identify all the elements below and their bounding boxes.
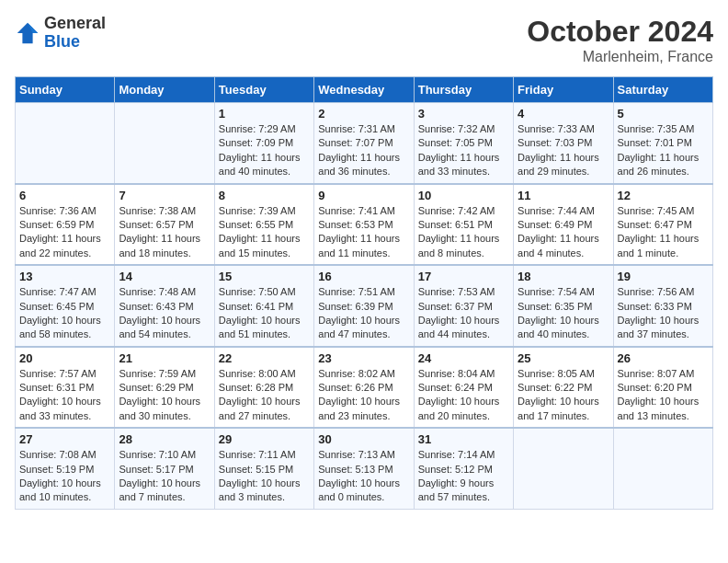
calendar-cell: 21Sunrise: 7:59 AM Sunset: 6:29 PM Dayli… bbox=[115, 347, 214, 429]
calendar-cell: 13Sunrise: 7:47 AM Sunset: 6:45 PM Dayli… bbox=[16, 265, 115, 347]
day-number: 23 bbox=[318, 351, 409, 365]
day-number: 30 bbox=[318, 432, 409, 446]
calendar-cell bbox=[613, 428, 712, 509]
calendar-week-row: 20Sunrise: 7:57 AM Sunset: 6:31 PM Dayli… bbox=[16, 347, 713, 429]
day-number: 27 bbox=[19, 432, 110, 446]
day-number: 11 bbox=[518, 189, 609, 202]
day-number: 12 bbox=[618, 189, 709, 202]
day-number: 14 bbox=[119, 270, 210, 283]
weekday-header: Wednesday bbox=[314, 77, 414, 103]
day-number: 5 bbox=[618, 107, 709, 121]
calendar-cell: 29Sunrise: 7:11 AM Sunset: 5:15 PM Dayli… bbox=[214, 428, 313, 509]
day-info: Sunrise: 8:02 AM Sunset: 6:26 PM Dayligh… bbox=[318, 367, 409, 424]
calendar-cell: 7Sunrise: 7:38 AM Sunset: 6:57 PM Daylig… bbox=[115, 184, 214, 266]
day-number: 19 bbox=[618, 270, 709, 283]
calendar-cell: 2Sunrise: 7:31 AM Sunset: 7:07 PM Daylig… bbox=[314, 103, 414, 184]
day-info: Sunrise: 7:13 AM Sunset: 5:13 PM Dayligh… bbox=[318, 448, 409, 505]
weekday-header: Friday bbox=[514, 77, 613, 103]
day-number: 8 bbox=[219, 189, 310, 202]
calendar-cell: 18Sunrise: 7:54 AM Sunset: 6:35 PM Dayli… bbox=[514, 265, 613, 347]
calendar-cell: 17Sunrise: 7:53 AM Sunset: 6:37 PM Dayli… bbox=[414, 265, 513, 347]
calendar-cell: 22Sunrise: 8:00 AM Sunset: 6:28 PM Dayli… bbox=[214, 347, 313, 429]
calendar-cell: 16Sunrise: 7:51 AM Sunset: 6:39 PM Dayli… bbox=[314, 265, 414, 347]
day-info: Sunrise: 7:39 AM Sunset: 6:55 PM Dayligh… bbox=[219, 204, 310, 261]
day-number: 20 bbox=[19, 351, 110, 365]
page-header: General Blue October 2024 Marlenheim, Fr… bbox=[15, 15, 713, 65]
calendar-cell: 28Sunrise: 7:10 AM Sunset: 5:17 PM Dayli… bbox=[115, 428, 214, 509]
logo-icon bbox=[15, 20, 40, 46]
day-info: Sunrise: 7:33 AM Sunset: 7:03 PM Dayligh… bbox=[518, 122, 609, 179]
day-number: 17 bbox=[418, 270, 509, 283]
day-number: 4 bbox=[518, 107, 609, 121]
calendar-cell: 31Sunrise: 7:14 AM Sunset: 5:12 PM Dayli… bbox=[414, 428, 513, 509]
day-info: Sunrise: 7:36 AM Sunset: 6:59 PM Dayligh… bbox=[19, 204, 110, 261]
day-info: Sunrise: 7:11 AM Sunset: 5:15 PM Dayligh… bbox=[219, 448, 310, 505]
day-info: Sunrise: 7:54 AM Sunset: 6:35 PM Dayligh… bbox=[518, 285, 609, 342]
day-info: Sunrise: 7:50 AM Sunset: 6:41 PM Dayligh… bbox=[219, 285, 310, 342]
day-info: Sunrise: 7:10 AM Sunset: 5:17 PM Dayligh… bbox=[119, 448, 210, 505]
day-info: Sunrise: 7:38 AM Sunset: 6:57 PM Dayligh… bbox=[119, 204, 210, 261]
day-info: Sunrise: 7:32 AM Sunset: 7:05 PM Dayligh… bbox=[418, 122, 509, 179]
calendar-week-row: 27Sunrise: 7:08 AM Sunset: 5:19 PM Dayli… bbox=[16, 428, 713, 509]
day-info: Sunrise: 8:05 AM Sunset: 6:22 PM Dayligh… bbox=[518, 367, 609, 424]
day-info: Sunrise: 7:45 AM Sunset: 6:47 PM Dayligh… bbox=[618, 204, 709, 261]
logo-general-text: General bbox=[44, 14, 106, 32]
calendar-cell: 19Sunrise: 7:56 AM Sunset: 6:33 PM Dayli… bbox=[613, 265, 712, 347]
day-number: 6 bbox=[19, 189, 110, 202]
day-number: 29 bbox=[219, 432, 310, 446]
calendar-cell: 10Sunrise: 7:42 AM Sunset: 6:51 PM Dayli… bbox=[414, 184, 513, 266]
weekday-header: Sunday bbox=[16, 77, 115, 103]
day-number: 9 bbox=[318, 189, 409, 202]
day-info: Sunrise: 7:59 AM Sunset: 6:29 PM Dayligh… bbox=[119, 367, 210, 424]
calendar-cell bbox=[514, 428, 613, 509]
day-info: Sunrise: 8:00 AM Sunset: 6:28 PM Dayligh… bbox=[219, 367, 310, 424]
day-number: 16 bbox=[318, 270, 409, 283]
weekday-header-row: SundayMondayTuesdayWednesdayThursdayFrid… bbox=[16, 77, 713, 103]
calendar-cell: 24Sunrise: 8:04 AM Sunset: 6:24 PM Dayli… bbox=[414, 347, 513, 429]
calendar-cell: 4Sunrise: 7:33 AM Sunset: 7:03 PM Daylig… bbox=[514, 103, 613, 184]
day-number: 13 bbox=[19, 270, 110, 283]
weekday-header: Tuesday bbox=[214, 77, 313, 103]
calendar-cell: 26Sunrise: 8:07 AM Sunset: 6:20 PM Dayli… bbox=[613, 347, 712, 429]
weekday-header: Saturday bbox=[613, 77, 712, 103]
day-number: 25 bbox=[518, 351, 609, 365]
day-info: Sunrise: 7:51 AM Sunset: 6:39 PM Dayligh… bbox=[318, 285, 409, 342]
weekday-header: Monday bbox=[115, 77, 214, 103]
calendar-cell: 9Sunrise: 7:41 AM Sunset: 6:53 PM Daylig… bbox=[314, 184, 414, 266]
day-info: Sunrise: 8:07 AM Sunset: 6:20 PM Dayligh… bbox=[618, 367, 709, 424]
calendar-cell: 12Sunrise: 7:45 AM Sunset: 6:47 PM Dayli… bbox=[613, 184, 712, 266]
day-number: 1 bbox=[219, 107, 310, 121]
day-info: Sunrise: 7:47 AM Sunset: 6:45 PM Dayligh… bbox=[19, 285, 110, 342]
calendar-cell: 23Sunrise: 8:02 AM Sunset: 6:26 PM Dayli… bbox=[314, 347, 414, 429]
logo: General Blue bbox=[15, 15, 106, 52]
day-number: 3 bbox=[418, 107, 509, 121]
day-info: Sunrise: 8:04 AM Sunset: 6:24 PM Dayligh… bbox=[418, 367, 509, 424]
day-number: 24 bbox=[418, 351, 509, 365]
calendar-cell: 1Sunrise: 7:29 AM Sunset: 7:09 PM Daylig… bbox=[214, 103, 313, 184]
day-number: 31 bbox=[418, 432, 509, 446]
calendar-cell: 8Sunrise: 7:39 AM Sunset: 6:55 PM Daylig… bbox=[214, 184, 313, 266]
day-number: 18 bbox=[518, 270, 609, 283]
day-number: 7 bbox=[119, 189, 210, 202]
calendar-cell: 3Sunrise: 7:32 AM Sunset: 7:05 PM Daylig… bbox=[414, 103, 513, 184]
calendar-week-row: 6Sunrise: 7:36 AM Sunset: 6:59 PM Daylig… bbox=[16, 184, 713, 266]
weekday-header: Thursday bbox=[414, 77, 513, 103]
day-info: Sunrise: 7:08 AM Sunset: 5:19 PM Dayligh… bbox=[19, 448, 110, 505]
day-info: Sunrise: 7:14 AM Sunset: 5:12 PM Dayligh… bbox=[418, 448, 509, 505]
day-info: Sunrise: 7:41 AM Sunset: 6:53 PM Dayligh… bbox=[318, 204, 409, 261]
day-info: Sunrise: 7:57 AM Sunset: 6:31 PM Dayligh… bbox=[19, 367, 110, 424]
calendar-week-row: 1Sunrise: 7:29 AM Sunset: 7:09 PM Daylig… bbox=[16, 103, 713, 184]
day-number: 21 bbox=[119, 351, 210, 365]
calendar-cell: 6Sunrise: 7:36 AM Sunset: 6:59 PM Daylig… bbox=[16, 184, 115, 266]
day-number: 2 bbox=[318, 107, 409, 121]
day-number: 28 bbox=[119, 432, 210, 446]
day-number: 15 bbox=[219, 270, 310, 283]
calendar-week-row: 13Sunrise: 7:47 AM Sunset: 6:45 PM Dayli… bbox=[16, 265, 713, 347]
location: Marlenheim, France bbox=[527, 49, 713, 65]
calendar-cell: 11Sunrise: 7:44 AM Sunset: 6:49 PM Dayli… bbox=[514, 184, 613, 266]
day-info: Sunrise: 7:35 AM Sunset: 7:01 PM Dayligh… bbox=[618, 122, 709, 179]
day-info: Sunrise: 7:48 AM Sunset: 6:43 PM Dayligh… bbox=[119, 285, 210, 342]
calendar-cell: 27Sunrise: 7:08 AM Sunset: 5:19 PM Dayli… bbox=[16, 428, 115, 509]
day-info: Sunrise: 7:42 AM Sunset: 6:51 PM Dayligh… bbox=[418, 204, 509, 261]
calendar-cell bbox=[16, 103, 115, 184]
